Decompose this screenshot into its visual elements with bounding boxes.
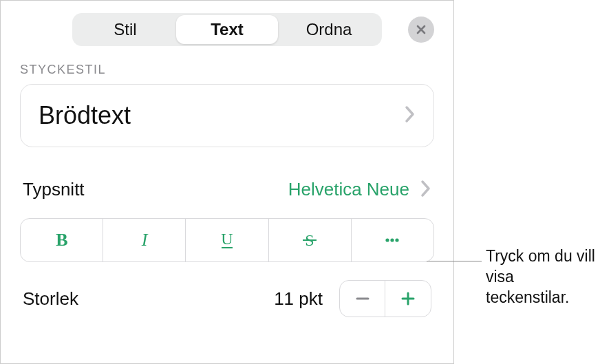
italic-button[interactable]: I: [103, 219, 186, 261]
font-value: Helvetica Neue: [288, 179, 409, 200]
segmented-control: Stil Text Ordna: [72, 13, 382, 46]
strikethrough-icon: S: [299, 230, 320, 250]
close-icon: [414, 23, 428, 36]
italic-icon: I: [134, 230, 155, 250]
size-decrease-button[interactable]: [340, 281, 385, 317]
format-buttons: B I U S: [20, 218, 434, 262]
svg-point-8: [396, 238, 399, 242]
bold-button[interactable]: B: [21, 219, 103, 261]
size-value: 11 pkt: [274, 288, 323, 310]
svg-text:U: U: [221, 230, 233, 248]
svg-text:B: B: [56, 230, 67, 250]
chevron-right-icon: [405, 105, 416, 126]
callout-leader-line: [427, 261, 482, 261]
tabs-row: Stil Text Ordna: [20, 13, 434, 46]
size-row: Storlek 11 pkt: [20, 277, 434, 320]
font-label: Typsnitt: [23, 179, 85, 200]
paragraph-style-value: Brödtext: [39, 101, 131, 130]
section-label: STYCKESTIL: [20, 63, 434, 77]
strikethrough-button[interactable]: S: [269, 219, 352, 261]
close-button[interactable]: [408, 17, 434, 43]
svg-text:I: I: [140, 230, 148, 250]
more-options-button[interactable]: [352, 219, 433, 261]
tab-text[interactable]: Text: [176, 15, 278, 44]
underline-button[interactable]: U: [186, 219, 268, 261]
callout-text: Tryck om du vill visa teckenstilar.: [486, 246, 596, 308]
chevron-right-icon: [420, 180, 431, 200]
plus-icon: [399, 290, 417, 308]
tab-ordna[interactable]: Ordna: [278, 15, 380, 44]
svg-point-6: [386, 238, 389, 242]
font-row[interactable]: Typsnitt Helvetica Neue: [20, 171, 434, 208]
bold-icon: B: [52, 230, 72, 250]
underline-icon: U: [217, 230, 237, 250]
paragraph-style-button[interactable]: Brödtext: [20, 84, 434, 147]
svg-point-7: [391, 238, 394, 242]
minus-icon: [354, 290, 372, 308]
format-panel: Stil Text Ordna STYCKESTIL Brödtext Typs…: [0, 0, 454, 364]
size-increase-button[interactable]: [385, 281, 431, 317]
size-stepper: [339, 280, 431, 317]
ellipsis-icon: [382, 230, 403, 250]
tab-stil[interactable]: Stil: [74, 15, 176, 44]
size-label: Storlek: [23, 288, 78, 310]
